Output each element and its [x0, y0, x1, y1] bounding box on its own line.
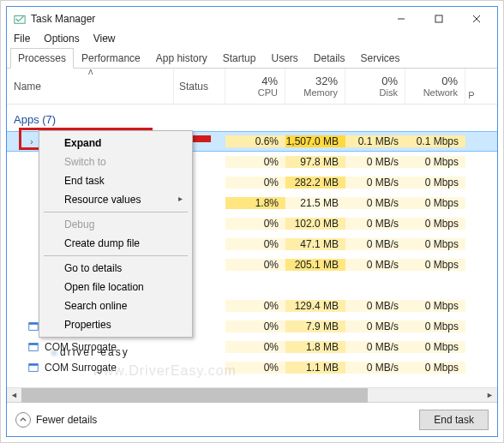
disk-value: 0 MB/s	[345, 259, 405, 271]
menu-item-resource-values[interactable]: Resource values	[42, 190, 189, 209]
menu-item-create-dump-file[interactable]: Create dump file	[42, 234, 189, 253]
cpu-value: 1.8%	[225, 197, 285, 209]
header-cpu[interactable]: 4% CPU	[225, 69, 285, 104]
disk-value: 0 MB/s	[345, 300, 405, 312]
svg-rect-2	[435, 15, 442, 22]
menu-options[interactable]: Options	[44, 33, 79, 45]
network-value: 0 Mbps	[405, 218, 465, 230]
memory-value: 282.2 MB	[285, 177, 345, 189]
process-list: Apps (7) › Google Chrome (37) 0.6% 1,507…	[7, 105, 497, 387]
menu-file[interactable]: File	[14, 33, 30, 45]
menu-item-expand[interactable]: Expand	[42, 134, 189, 153]
outer-frame: Task Manager File Options View Processes…	[0, 0, 504, 443]
sort-indicator-icon: ᐱ	[88, 69, 93, 76]
header-name[interactable]: ᐱ Name	[7, 69, 174, 104]
network-value: 0 Mbps	[405, 238, 465, 250]
tab-details[interactable]: Details	[306, 48, 353, 69]
header-network[interactable]: 0% Network	[405, 69, 465, 104]
titlebar: Task Manager	[7, 7, 497, 31]
cpu-value: 0%	[225, 156, 285, 168]
header-extra[interactable]: P	[465, 69, 477, 104]
app-window-icon	[27, 341, 39, 353]
header-status[interactable]: Status	[174, 69, 225, 104]
network-value: 0 Mbps	[405, 362, 465, 374]
end-task-button[interactable]: End task	[419, 410, 489, 430]
fewer-details-button[interactable]: Fewer details	[15, 412, 97, 428]
window-title: Task Manager	[31, 13, 95, 25]
network-value: 0 Mbps	[405, 341, 465, 353]
tab-app-history[interactable]: App history	[148, 48, 215, 69]
expand-caret-icon[interactable]: ›	[27, 137, 36, 147]
disk-value: 0.1 MB/s	[345, 135, 405, 147]
group-apps[interactable]: Apps (7)	[7, 105, 497, 131]
minimize-button[interactable]	[382, 7, 420, 31]
svg-rect-10	[29, 344, 39, 345]
memory-value: 102.0 MB	[285, 218, 345, 230]
network-value: 0 Mbps	[405, 259, 465, 271]
scroll-thumb[interactable]	[21, 388, 368, 403]
tab-strip: Processes Performance App history Startu…	[7, 48, 497, 69]
memory-value: 1,507.0 MB	[285, 135, 345, 147]
cpu-value: 0%	[225, 259, 285, 271]
memory-value: 7.9 MB	[285, 320, 345, 332]
footer: Fewer details End task	[7, 402, 497, 436]
header-disk[interactable]: 0% Disk	[345, 69, 405, 104]
network-value: 0 Mbps	[405, 197, 465, 209]
cpu-value: 0%	[225, 320, 285, 332]
process-name: COM Surrogate	[45, 341, 117, 353]
memory-value: 47.1 MB	[285, 238, 345, 250]
cpu-value: 0%	[225, 177, 285, 189]
disk-value: 0 MB/s	[345, 320, 405, 332]
column-headers: ᐱ Name Status 4% CPU 32% Memory 0% Disk …	[7, 69, 497, 105]
chevron-up-icon	[15, 412, 31, 428]
menu-item-properties[interactable]: Properties	[42, 315, 189, 334]
disk-value: 0 MB/s	[345, 156, 405, 168]
cpu-value: 0.6%	[225, 135, 285, 147]
task-manager-window: Task Manager File Options View Processes…	[6, 6, 498, 437]
header-memory[interactable]: 32% Memory	[285, 69, 345, 104]
cpu-value: 0%	[225, 300, 285, 312]
app-window-icon	[27, 320, 39, 332]
memory-value: 1.8 MB	[285, 341, 345, 353]
context-menu: ExpandSwitch toEnd taskResource valuesDe…	[39, 130, 193, 338]
menu-item-go-to-details[interactable]: Go to details	[42, 259, 189, 278]
disk-value: 0 MB/s	[345, 218, 405, 230]
network-value: 0 Mbps	[405, 320, 465, 332]
network-value: 0 Mbps	[405, 156, 465, 168]
menu-view[interactable]: View	[93, 33, 116, 45]
close-button[interactable]	[458, 7, 495, 31]
disk-value: 0 MB/s	[345, 341, 405, 353]
memory-value: 129.4 MB	[285, 300, 345, 312]
menu-item-open-file-location[interactable]: Open file location	[42, 278, 189, 296]
tab-users[interactable]: Users	[263, 48, 305, 69]
cpu-value: 0%	[225, 341, 285, 353]
network-value: 0 Mbps	[405, 300, 465, 312]
network-value: 0.1 Mbps	[405, 135, 465, 147]
process-row[interactable]: COM Surrogate 0% 1.8 MB 0 MB/s 0 Mbps	[7, 337, 497, 357]
menu-item-debug: Debug	[42, 215, 189, 234]
horizontal-scrollbar[interactable]: ◄ ►	[7, 387, 497, 402]
process-row[interactable]: COM Surrogate 0% 1.1 MB 0 MB/s 0 Mbps	[7, 357, 497, 378]
scroll-right-button[interactable]: ►	[483, 388, 497, 403]
menu-item-end-task[interactable]: End task	[42, 171, 189, 190]
maximize-button[interactable]	[420, 7, 458, 31]
disk-value: 0 MB/s	[345, 197, 405, 209]
memory-value: 97.8 MB	[285, 156, 345, 168]
tab-performance[interactable]: Performance	[74, 48, 148, 69]
cpu-value: 0%	[225, 362, 285, 374]
process-name: COM Surrogate	[45, 362, 117, 374]
disk-value: 0 MB/s	[345, 177, 405, 189]
disk-value: 0 MB/s	[345, 362, 405, 374]
app-icon	[14, 13, 26, 25]
memory-value: 21.5 MB	[285, 197, 345, 209]
cpu-value: 0%	[225, 218, 285, 230]
svg-rect-8	[29, 323, 39, 325]
cpu-value: 0%	[225, 238, 285, 250]
tab-startup[interactable]: Startup	[215, 48, 264, 69]
menubar: File Options View	[7, 31, 497, 48]
tab-services[interactable]: Services	[353, 48, 408, 69]
scroll-left-button[interactable]: ◄	[7, 388, 21, 403]
tab-processes[interactable]: Processes	[10, 48, 74, 69]
menu-item-search-online[interactable]: Search online	[42, 296, 189, 315]
network-value: 0 Mbps	[405, 177, 465, 189]
